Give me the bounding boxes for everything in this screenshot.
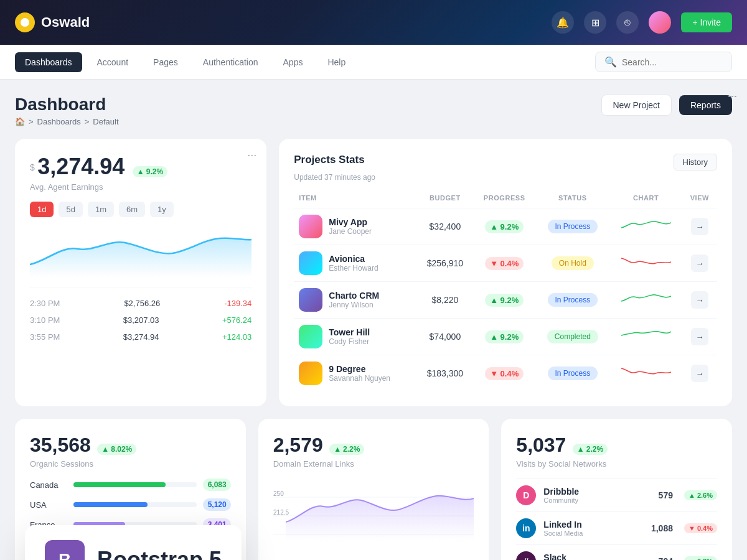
logo-icon [15, 12, 35, 32]
domain-badge: ▲ 2.2% [329, 444, 364, 455]
view-button[interactable]: → [691, 328, 708, 345]
budget-cell: $256,910 [417, 245, 473, 282]
sessions-label: Organic Sessions [30, 459, 231, 469]
er-change: +124.03 [222, 332, 251, 342]
earnings-value: 3,274.94 [37, 154, 125, 179]
projects-title: Projects Stats [294, 154, 364, 166]
search-bar: 🔍 [595, 52, 732, 72]
domain-value: 2,579 [273, 434, 323, 456]
social-row: in Linked In Social Media 1,088 ▼ 0.4% [516, 511, 717, 544]
chart-cell [609, 355, 682, 392]
social-count: 1,088 [651, 523, 673, 533]
time-filter-1m[interactable]: 1m [88, 202, 114, 217]
status-badge: In Process [548, 366, 598, 380]
earnings-row: 3:55 PM $3,274.94 +124.03 [30, 329, 251, 345]
bar-label: Canada [30, 480, 67, 490]
chart-cell [609, 245, 682, 282]
history-button[interactable]: History [674, 154, 717, 170]
tab-dashboards[interactable]: Dashboards [15, 52, 82, 72]
table-row: AvionicaEsther Howard $256,910 ▼ 0.4% On… [294, 245, 717, 282]
invite-button[interactable]: + Invite [681, 12, 732, 32]
project-thumb [299, 362, 322, 385]
reports-button[interactable]: Reports [679, 95, 732, 115]
search-icon: 🔍 [604, 56, 617, 68]
view-button[interactable]: → [691, 218, 708, 235]
tab-account[interactable]: Account [87, 52, 139, 72]
breadcrumb: 🏠 > Dashboards > Default [15, 117, 119, 126]
social-menu-button[interactable]: ··· [728, 90, 737, 103]
bar-label: USA [30, 500, 67, 510]
col-view: VIEW [682, 192, 717, 208]
view-button[interactable]: → [691, 291, 708, 309]
tab-pages[interactable]: Pages [143, 52, 188, 72]
er-time: 3:10 PM [30, 315, 60, 325]
social-count: 794 [659, 556, 673, 560]
table-row: Tower HillCody Fisher $74,000 ▲ 9.2% Com… [294, 319, 717, 355]
tab-help[interactable]: Help [317, 52, 355, 72]
social-name: Dribbble [543, 487, 579, 497]
bootstrap-logo-icon: B [45, 540, 85, 560]
search-input[interactable] [622, 57, 723, 67]
bar-value: 6,083 [203, 478, 231, 491]
projects-table: ITEM BUDGET PROGRESS STATUS CHART VIEW M… [294, 192, 717, 391]
earnings-rows: 2:30 PM $2,756.26 -139.34 3:10 PM $3,207… [30, 287, 251, 345]
share-icon[interactable]: ⎋ [616, 11, 639, 34]
time-filters: 1d 5d 1m 6m 1y [30, 202, 251, 217]
main-content: Dashboard 🏠 > Dashboards > Default New P… [0, 80, 747, 560]
social-change: ▲ 2.6% [684, 490, 717, 500]
social-row: # Slack Community 794 ▲ 0.2% [516, 544, 717, 560]
secondary-nav: Dashboards Account Pages Authentication … [0, 45, 747, 80]
table-row: 9 DegreeSavannah Nguyen $183,300 ▼ 0.4% … [294, 355, 717, 392]
er-change: +576.24 [222, 315, 251, 325]
budget-cell: $183,300 [417, 355, 473, 392]
grid-icon[interactable]: ⊞ [584, 11, 606, 34]
domain-chart: 250 212.5 [273, 478, 474, 541]
domain-card: 2,579 ▲ 2.2% ··· Domain External Links [258, 419, 489, 560]
status-badge: On Hold [552, 256, 594, 270]
er-amount: $3,274.94 [123, 332, 159, 342]
project-thumb [299, 215, 322, 238]
earnings-menu-button[interactable]: ··· [247, 149, 256, 162]
tab-authentication[interactable]: Authentication [193, 52, 268, 72]
bootstrap-overlay: B Bootstrap 5 [25, 525, 242, 560]
chart-cell [609, 208, 682, 245]
col-chart: CHART [609, 192, 682, 208]
time-filter-6m[interactable]: 6m [119, 202, 145, 217]
chart-cell [609, 282, 682, 319]
time-filter-5d[interactable]: 5d [59, 202, 82, 217]
progress-cell: ▲ 9.2% [473, 282, 535, 319]
breadcrumb-default: Default [93, 117, 118, 126]
social-change: ▼ 0.4% [684, 523, 717, 533]
svg-text:212.5: 212.5 [273, 509, 289, 516]
project-thumb [299, 251, 322, 275]
page-title: Dashboard [15, 95, 119, 114]
bootstrap-text: Bootstrap 5 [97, 547, 222, 560]
top-nav-actions: 🔔 ⊞ ⎋ + Invite [552, 11, 732, 34]
social-row: D Dribbble Community 579 ▲ 2.6% [516, 478, 717, 511]
projects-header: Projects Stats History [294, 154, 717, 170]
earnings-row: 3:10 PM $3,207.03 +576.24 [30, 312, 251, 329]
top-cards-row: ··· $ 3,274.94 ▲ 9.2% Avg. Agent Earning… [15, 139, 732, 406]
view-button[interactable]: → [691, 254, 708, 272]
time-filter-1d[interactable]: 1d [30, 202, 54, 217]
budget-cell: $32,400 [417, 208, 473, 245]
chart-cell [609, 319, 682, 355]
tab-apps[interactable]: Apps [273, 52, 313, 72]
projects-updated: Updated 37 minutes ago [294, 173, 717, 182]
social-card: 5,037 ▲ 2.2% ··· Visits by Social Networ… [501, 419, 732, 560]
social-label: Visits by Social Networks [516, 459, 717, 469]
budget-cell: $8,220 [417, 282, 473, 319]
time-filter-1y[interactable]: 1y [150, 202, 174, 217]
er-time: 3:55 PM [30, 332, 60, 342]
new-project-button[interactable]: New Project [601, 95, 672, 116]
social-name: Linked In [543, 520, 583, 530]
slack-icon: # [516, 551, 536, 560]
avatar[interactable] [649, 11, 671, 34]
page-header: Dashboard 🏠 > Dashboards > Default New P… [15, 95, 732, 126]
social-change: ▲ 0.2% [684, 556, 717, 560]
view-button[interactable]: → [691, 365, 708, 382]
bar-track [73, 502, 197, 507]
notifications-icon[interactable]: 🔔 [552, 11, 574, 34]
project-thumb [299, 288, 322, 312]
linkedin-icon: in [516, 518, 536, 538]
